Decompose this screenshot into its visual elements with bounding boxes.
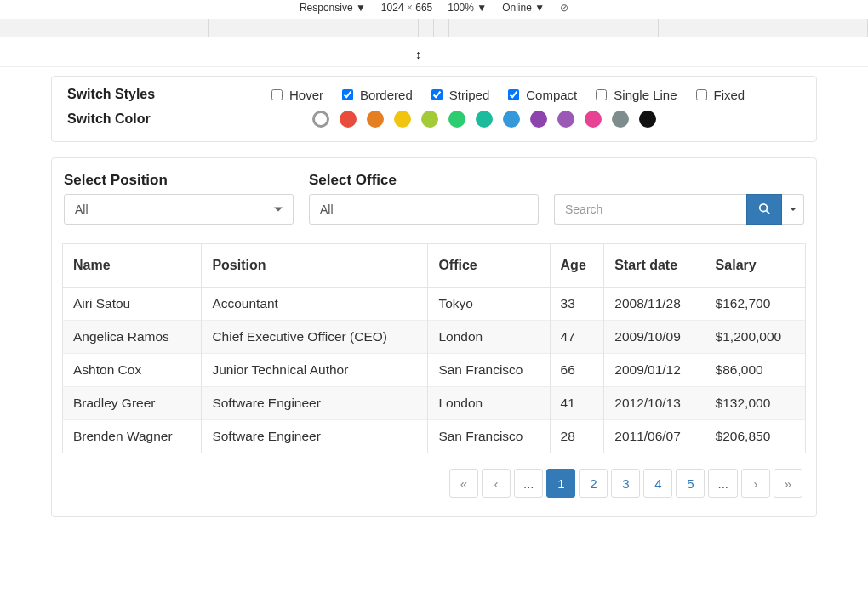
color-swatch[interactable] (421, 111, 438, 128)
position-filter-label: Select Position (64, 172, 294, 189)
pagination-page[interactable]: 4 (643, 469, 672, 498)
color-swatch[interactable] (312, 111, 329, 128)
table-header-cell[interactable]: Office (428, 244, 550, 288)
color-swatch[interactable] (557, 111, 574, 128)
compact-checkbox-input[interactable] (508, 89, 519, 100)
search-dropdown-button[interactable] (782, 194, 804, 225)
style-panel: Switch Styles Hover Bordered Striped Com… (51, 76, 817, 142)
table-cell: 2012/10/13 (604, 387, 705, 420)
table-cell: Bradley Greer (63, 387, 202, 420)
pagination-page[interactable]: 1 (546, 469, 575, 498)
device-select[interactable]: Responsive ▼ (300, 2, 366, 14)
table-header-cell[interactable]: Start date (604, 244, 705, 288)
pagination-page[interactable]: 5 (676, 469, 705, 498)
table-cell: San Francisco (428, 354, 550, 387)
table-cell: 2009/10/09 (604, 321, 705, 354)
pagination-ellipsis[interactable]: ... (708, 469, 738, 498)
svg-point-0 (760, 203, 768, 211)
position-select[interactable]: All (64, 194, 294, 225)
rotate-icon[interactable]: ⊘ (560, 2, 568, 14)
network-select[interactable]: Online ▼ (502, 2, 545, 14)
table-cell: Airi Satou (63, 288, 202, 321)
table-cell: $162,700 (705, 288, 805, 321)
pagination-ellipsis[interactable]: ... (514, 469, 544, 498)
single-line-checkbox[interactable]: Single Line (596, 88, 677, 102)
table-cell: $86,000 (705, 354, 805, 387)
table-cell: $206,850 (705, 420, 805, 453)
switch-styles-label: Switch Styles (67, 87, 271, 102)
pagination-page[interactable]: 2 (579, 469, 608, 498)
table-cell: 66 (550, 354, 604, 387)
pagination: « ‹ ... 12345 ... › » (449, 469, 802, 498)
striped-checkbox[interactable]: Striped (431, 88, 490, 102)
zoom-select[interactable]: 100% ▼ (448, 2, 487, 14)
color-swatch[interactable] (530, 111, 547, 128)
pagination-first[interactable]: « (449, 469, 478, 498)
table-cell: 2009/01/12 (604, 354, 705, 387)
color-swatches (312, 111, 656, 128)
table-header-cell[interactable]: Salary (705, 244, 805, 288)
color-swatch[interactable] (585, 111, 602, 128)
table-cell: 2008/11/28 (604, 288, 705, 321)
fixed-checkbox-input[interactable] (696, 89, 707, 100)
viewport-dimensions: 1024 × 665 (381, 2, 432, 14)
color-swatch[interactable] (448, 111, 465, 128)
color-swatch[interactable] (340, 111, 357, 128)
table-cell: Ashton Cox (63, 354, 202, 387)
table-cell: Accountant (202, 288, 428, 321)
table-cell: $132,000 (705, 387, 805, 420)
table-cell: Angelica Ramos (63, 321, 202, 354)
devtools-bar: Responsive ▼ 1024 × 665 100% ▼ Online ▼ … (0, 0, 868, 19)
bordered-checkbox[interactable]: Bordered (342, 88, 413, 102)
table-body: Airi SatouAccountantTokyo332008/11/28$16… (63, 288, 806, 453)
table-cell: 47 (550, 321, 604, 354)
table-header-row: NamePositionOfficeAgeStart dateSalary (63, 244, 806, 288)
table-cell: Junior Technical Author (202, 354, 428, 387)
dimension-separator: × (407, 2, 415, 14)
table-row: Brenden WagnerSoftware EngineerSan Franc… (63, 420, 806, 453)
compact-checkbox[interactable]: Compact (508, 88, 577, 102)
pagination-last[interactable]: » (774, 469, 802, 498)
table-cell: San Francisco (428, 420, 550, 453)
color-swatch[interactable] (476, 111, 493, 128)
table-row: Bradley GreerSoftware EngineerLondon4120… (63, 387, 806, 420)
table-cell: Tokyo (428, 288, 550, 321)
switch-color-label: Switch Color (67, 111, 271, 127)
table-header-cell[interactable]: Name (63, 244, 202, 288)
ruler-strip (0, 19, 868, 37)
color-swatch[interactable] (503, 111, 520, 128)
table-header-cell[interactable]: Position (202, 244, 428, 288)
table-cell: Software Engineer (202, 420, 428, 453)
search-input[interactable] (554, 194, 746, 225)
table-header-cell[interactable]: Age (550, 244, 604, 288)
office-filter-label: Select Office (309, 172, 539, 189)
viewport-height[interactable]: 665 (415, 2, 432, 14)
pagination-page[interactable]: 3 (611, 469, 640, 498)
viewport-width[interactable]: 1024 (381, 2, 404, 14)
hover-checkbox-input[interactable] (271, 89, 283, 100)
table-cell: Brenden Wagner (63, 420, 202, 453)
color-swatch[interactable] (394, 111, 411, 128)
table-cell: 41 (550, 387, 604, 420)
pagination-prev[interactable]: ‹ (482, 469, 511, 498)
fixed-checkbox[interactable]: Fixed (696, 88, 745, 102)
bordered-checkbox-input[interactable] (342, 89, 353, 100)
hover-checkbox[interactable]: Hover (271, 88, 323, 102)
table-cell: Software Engineer (202, 387, 428, 420)
single-line-checkbox-input[interactable] (596, 89, 607, 100)
color-swatch[interactable] (612, 111, 629, 128)
table-row: Ashton CoxJunior Technical AuthorSan Fra… (63, 354, 806, 387)
color-swatch[interactable] (639, 111, 656, 128)
resize-handle-icon[interactable]: ↕ (415, 48, 421, 61)
svg-line-1 (767, 210, 770, 214)
pagination-next[interactable]: › (741, 469, 770, 498)
filters-panel: Select Position All Select Office All (51, 157, 817, 517)
office-select[interactable]: All (309, 194, 539, 225)
search-button[interactable] (746, 194, 782, 225)
table-row: Angelica RamosChief Executive Officer (C… (63, 321, 806, 354)
top-spacer: ↕ (0, 37, 868, 67)
chevron-down-icon (790, 208, 797, 211)
striped-checkbox-input[interactable] (431, 89, 443, 100)
color-swatch[interactable] (367, 111, 384, 128)
search-icon (758, 202, 770, 217)
